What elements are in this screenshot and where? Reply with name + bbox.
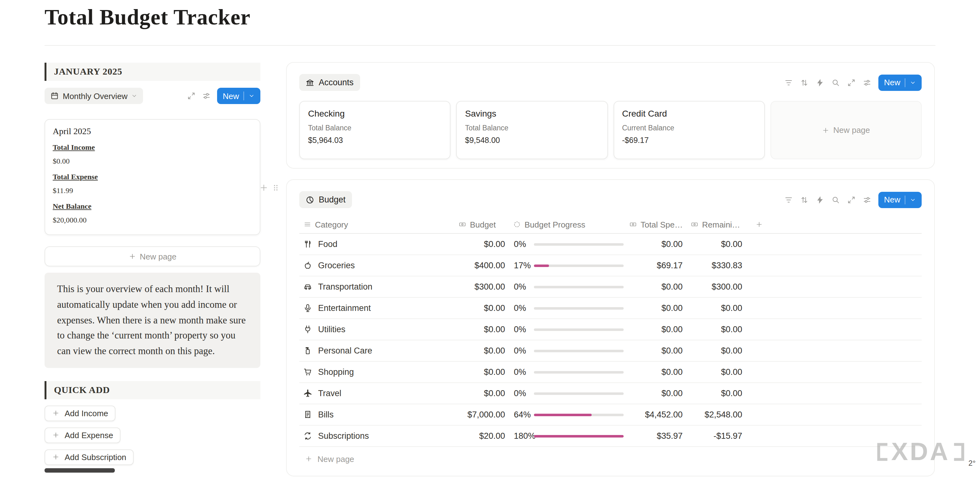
table-row-entertainment[interactable]: Entertainment $0.00 0% $0.00 $0.00 bbox=[299, 298, 922, 319]
expand-button[interactable] bbox=[844, 192, 859, 207]
lightning-icon bbox=[816, 195, 824, 204]
progress-bar bbox=[534, 307, 624, 309]
spent-cell[interactable]: $0.00 bbox=[625, 346, 686, 355]
spent-cell[interactable]: $0.00 bbox=[625, 239, 686, 249]
remaining-cell[interactable]: -$15.97 bbox=[686, 431, 746, 441]
accounts-view-tab[interactable]: Accounts bbox=[299, 74, 360, 91]
new-page-tile[interactable]: New page bbox=[45, 246, 260, 266]
budget-cell[interactable]: $20.00 bbox=[454, 431, 509, 441]
budget-cell[interactable]: $400.00 bbox=[454, 261, 509, 270]
table-row-personal-care[interactable]: Personal Care $0.00 0% $0.00 $0.00 bbox=[299, 340, 922, 362]
automations-button[interactable] bbox=[813, 192, 827, 207]
spent-cell[interactable]: $0.00 bbox=[625, 388, 686, 398]
progress-cell: 0% bbox=[509, 346, 625, 355]
account-card-credit-card[interactable]: Credit Card Current Balance -$69.17 bbox=[613, 101, 765, 159]
budget-cell[interactable]: $0.00 bbox=[454, 367, 509, 377]
filter-button[interactable] bbox=[781, 192, 796, 207]
category-name: Entertainment bbox=[318, 303, 371, 313]
expand-button[interactable] bbox=[844, 75, 859, 90]
right-column: Accounts New bbox=[286, 62, 935, 476]
remaining-cell[interactable]: $0.00 bbox=[686, 325, 746, 334]
sort-button[interactable] bbox=[797, 192, 812, 207]
table-row-travel[interactable]: Travel $0.00 0% $0.00 $0.00 bbox=[299, 383, 922, 404]
budget-cell[interactable]: $0.00 bbox=[454, 239, 509, 249]
progress-bar bbox=[534, 414, 624, 416]
table-row-utilities[interactable]: Utilities $0.00 0% $0.00 $0.00 bbox=[299, 319, 922, 340]
new-button[interactable]: New bbox=[878, 192, 922, 208]
add-expense-button[interactable]: Add Expense bbox=[45, 428, 121, 443]
column-total-spent[interactable]: Total Spe… bbox=[625, 220, 686, 229]
receipt-icon bbox=[303, 410, 312, 419]
month-overview-card[interactable]: April 2025 Total Income $0.00 Total Expe… bbox=[45, 119, 260, 235]
spent-cell[interactable]: $0.00 bbox=[625, 325, 686, 334]
budget-cell[interactable]: $0.00 bbox=[454, 346, 509, 355]
account-card-savings[interactable]: Savings Total Balance $9,548.00 bbox=[457, 101, 608, 159]
search-button[interactable] bbox=[828, 192, 843, 207]
view-settings-button[interactable] bbox=[859, 192, 875, 207]
budget-cell[interactable]: $7,000.00 bbox=[454, 410, 509, 419]
budget-view-tab[interactable]: Budget bbox=[299, 191, 352, 208]
filter-icon bbox=[784, 78, 793, 87]
search-button[interactable] bbox=[828, 75, 843, 90]
remaining-cell[interactable]: $2,548.00 bbox=[686, 410, 746, 419]
add-column-button[interactable] bbox=[752, 217, 767, 232]
new-button[interactable]: New bbox=[217, 88, 260, 104]
add-block-icon[interactable] bbox=[259, 183, 269, 192]
column-budget-progress[interactable]: Budget Progress bbox=[509, 220, 625, 229]
view-selector[interactable]: Monthly Overview bbox=[45, 88, 143, 104]
view-settings-button[interactable] bbox=[199, 89, 214, 103]
table-row-groceries[interactable]: Groceries $400.00 17% $69.17 $330.83 bbox=[299, 255, 922, 276]
table-row-bills[interactable]: Bills $7,000.00 64% $4,452.00 $2,548.00 bbox=[299, 404, 922, 426]
spent-cell[interactable]: $0.00 bbox=[625, 367, 686, 377]
accounts-toolbar: New bbox=[781, 74, 922, 90]
filter-button[interactable] bbox=[781, 75, 796, 90]
account-balance-value: $9,548.00 bbox=[465, 136, 599, 145]
remaining-cell[interactable]: $330.83 bbox=[686, 261, 746, 270]
banknote-icon bbox=[459, 220, 466, 228]
table-row-food[interactable]: Food $0.00 0% $0.00 $0.00 bbox=[299, 234, 922, 255]
spent-cell[interactable]: $4,452.00 bbox=[625, 410, 686, 419]
remaining-cell[interactable]: $0.00 bbox=[686, 346, 746, 355]
remaining-cell[interactable]: $0.00 bbox=[686, 303, 746, 313]
budget-cell[interactable]: $0.00 bbox=[454, 325, 509, 334]
new-button[interactable]: New bbox=[878, 74, 922, 90]
remaining-cell[interactable]: $0.00 bbox=[686, 367, 746, 377]
expand-button[interactable] bbox=[184, 89, 199, 103]
automations-button[interactable] bbox=[813, 75, 827, 90]
account-balance-label: Total Balance bbox=[308, 124, 442, 132]
new-page-tile[interactable]: New page bbox=[770, 101, 922, 159]
new-page-row[interactable]: New page bbox=[299, 451, 922, 467]
add-subscription-button[interactable]: Add Subscription bbox=[45, 449, 134, 465]
account-title: Checking bbox=[308, 108, 442, 119]
spent-cell[interactable]: $35.97 bbox=[625, 431, 686, 441]
airplane-icon bbox=[303, 388, 312, 398]
spent-cell[interactable]: $69.17 bbox=[625, 261, 686, 270]
column-budget[interactable]: Budget bbox=[454, 220, 509, 229]
remaining-cell[interactable]: $0.00 bbox=[686, 388, 746, 398]
budget-cell[interactable]: $300.00 bbox=[454, 282, 509, 292]
progress-cell: 0% bbox=[509, 388, 625, 398]
account-card-checking[interactable]: Checking Total Balance $5,964.03 bbox=[299, 101, 451, 159]
column-remaining[interactable]: Remaini… bbox=[686, 220, 746, 229]
remaining-cell[interactable]: $300.00 bbox=[686, 282, 746, 292]
spent-cell[interactable]: $0.00 bbox=[625, 303, 686, 313]
spent-cell[interactable]: $0.00 bbox=[625, 282, 686, 292]
table-row-subscriptions[interactable]: Subscriptions $20.00 180% $35.97 -$15.97 bbox=[299, 426, 922, 447]
budget-cell[interactable]: $0.00 bbox=[454, 303, 509, 313]
remaining-cell[interactable]: $0.00 bbox=[686, 239, 746, 249]
banknote-icon bbox=[691, 220, 698, 228]
drag-handle-icon[interactable] bbox=[271, 183, 280, 192]
budget-cell[interactable]: $0.00 bbox=[454, 388, 509, 398]
table-row-shopping[interactable]: Shopping $0.00 0% $0.00 $0.00 bbox=[299, 362, 922, 383]
banknote-icon bbox=[629, 220, 637, 228]
progress-bar bbox=[534, 328, 624, 331]
progress-cell: 0% bbox=[509, 325, 625, 334]
progress-cell: 0% bbox=[509, 367, 625, 377]
sort-button[interactable] bbox=[797, 75, 812, 90]
progress-cell: 17% bbox=[509, 261, 625, 270]
progress-bar bbox=[534, 435, 624, 437]
add-income-button[interactable]: Add Income bbox=[45, 406, 116, 421]
column-category[interactable]: Category bbox=[299, 220, 454, 229]
view-settings-button[interactable] bbox=[859, 75, 875, 90]
table-row-transportation[interactable]: Transportation $300.00 0% $0.00 $300.00 bbox=[299, 276, 922, 298]
